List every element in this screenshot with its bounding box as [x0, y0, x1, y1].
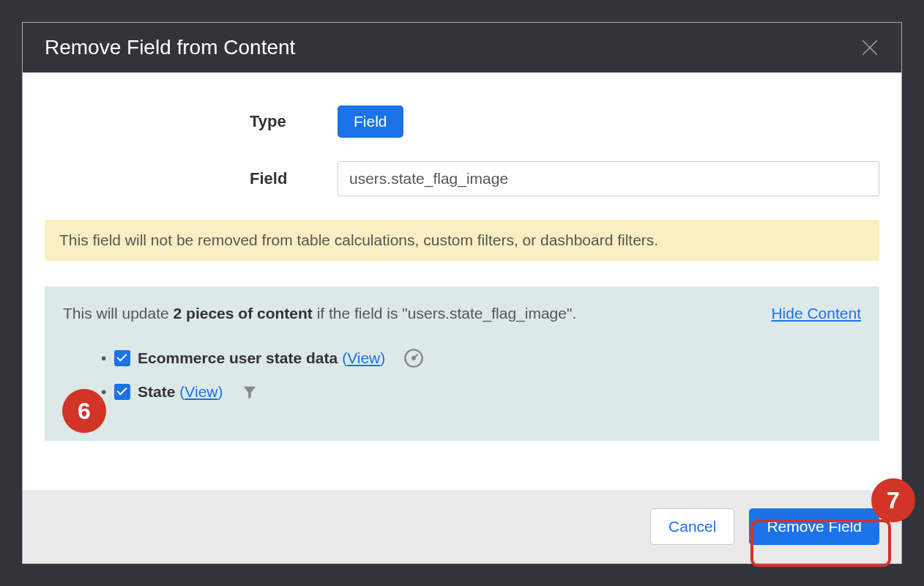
type-selector[interactable]: Field: [338, 105, 403, 138]
remove-field-modal: Remove Field from Content Type Field Fie…: [22, 22, 902, 564]
content-info-bold: 2 pieces of content: [174, 305, 313, 322]
list-item: Ecommerce user state data (View): [114, 348, 861, 368]
field-row: Field: [45, 161, 879, 196]
annotation-badge-7: 7: [871, 478, 915, 522]
content-header: This will update 2 pieces of content if …: [63, 305, 861, 322]
svg-point-3: [413, 357, 416, 360]
content-info: This will update 2 pieces of content if …: [63, 305, 576, 322]
view-link-wrapper: (View): [342, 349, 385, 367]
content-info-suffix: if the field is "users.state_flag_image"…: [313, 305, 576, 322]
warning-message: This field will not be removed from tabl…: [45, 220, 879, 261]
content-info-prefix: This will update: [63, 305, 174, 322]
list-item: State (View): [114, 383, 861, 401]
field-label: Field: [45, 169, 338, 188]
type-label: Type: [45, 112, 338, 131]
modal-title: Remove Field from Content: [45, 36, 295, 59]
modal-footer: Cancel Remove Field: [23, 490, 901, 563]
speedometer-icon: [403, 348, 424, 368]
view-link[interactable]: View: [185, 383, 217, 400]
content-list: Ecommerce user state data (View) State (…: [63, 348, 861, 401]
annotation-badge-6: 6: [62, 389, 106, 433]
content-checkbox-0[interactable]: [114, 350, 130, 366]
field-input[interactable]: [338, 161, 879, 196]
close-icon[interactable]: [860, 38, 879, 57]
funnel-icon: [242, 384, 258, 400]
type-row: Type Field: [45, 105, 879, 138]
view-link[interactable]: View: [347, 349, 380, 366]
content-item-name: State: [138, 383, 175, 401]
content-item-name: Ecommerce user state data: [138, 349, 338, 367]
content-checkbox-1[interactable]: [114, 384, 130, 400]
cancel-button[interactable]: Cancel: [650, 508, 734, 545]
content-preview-box: This will update 2 pieces of content if …: [45, 286, 879, 441]
modal-body: Type Field Field This field will not be …: [23, 73, 901, 490]
hide-content-link[interactable]: Hide Content: [771, 305, 861, 322]
view-link-wrapper: (View): [179, 383, 223, 401]
modal-header: Remove Field from Content: [23, 23, 901, 73]
remove-field-button[interactable]: Remove Field: [749, 508, 879, 545]
